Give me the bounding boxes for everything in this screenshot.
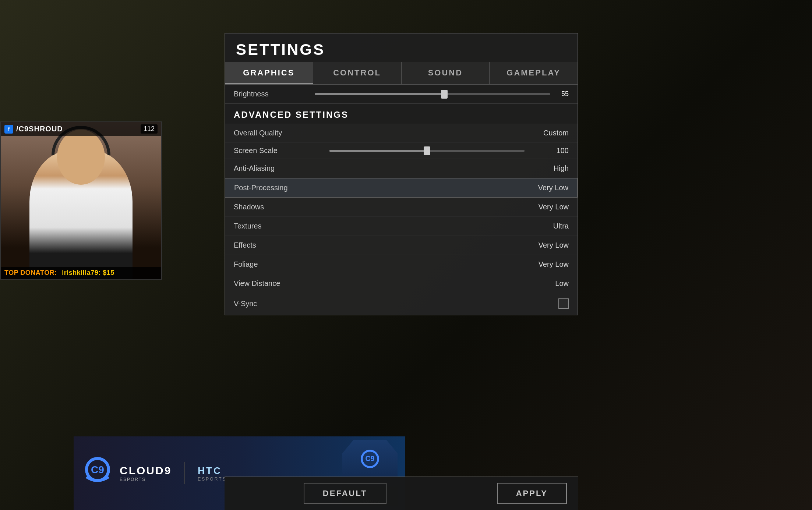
- screen-scale-fill: [329, 150, 427, 152]
- setting-row-motion-blur[interactable]: Motion Blur: [225, 314, 578, 315]
- setting-name-screen-scale: Screen Scale: [234, 146, 329, 155]
- webcam-header: f /C9SHROUD 112: [1, 122, 161, 136]
- setting-row-anti-aliasing[interactable]: Anti-Aliasing High: [225, 159, 578, 178]
- brightness-value: 55: [550, 90, 569, 98]
- setting-value-textures: Ultra: [525, 222, 569, 230]
- default-button[interactable]: DEFAULT: [304, 483, 386, 504]
- cloud9-logo-icon: C9: [81, 457, 114, 490]
- facebook-icon: f: [4, 125, 13, 134]
- tab-graphics[interactable]: GRAPHICS: [225, 62, 313, 84]
- settings-panel: SETTINGS GRAPHICS CONTROL SOUND GAMEPLAY…: [225, 33, 578, 315]
- screen-scale-track[interactable]: [329, 150, 525, 152]
- apply-button[interactable]: APPLY: [497, 483, 567, 504]
- vsync-checkbox[interactable]: [558, 298, 569, 309]
- setting-row-overall-quality[interactable]: Overall Quality Custom: [225, 124, 578, 143]
- setting-value-shadows: Very Low: [525, 203, 569, 211]
- settings-list: Overall Quality Custom Screen Scale 100 …: [225, 124, 578, 315]
- setting-row-shadows[interactable]: Shadows Very Low: [225, 198, 578, 217]
- brightness-slider[interactable]: [315, 93, 550, 95]
- advanced-settings-header: ADVANCED SETTINGS: [225, 104, 578, 124]
- tab-sound[interactable]: SOUND: [402, 62, 490, 84]
- setting-value-post-processing: Very Low: [524, 184, 568, 192]
- setting-name-anti-aliasing: Anti-Aliasing: [234, 164, 525, 173]
- tab-gameplay[interactable]: GAMEPLAY: [490, 62, 578, 84]
- bottom-bar: DEFAULT APPLY: [225, 477, 578, 510]
- brightness-track[interactable]: [315, 93, 550, 95]
- setting-row-post-processing[interactable]: Post-Processing Very Low: [225, 178, 578, 198]
- setting-row-vsync[interactable]: V-Sync: [225, 293, 578, 314]
- setting-row-effects[interactable]: Effects Very Low: [225, 236, 578, 255]
- setting-name-shadows: Shadows: [234, 203, 525, 211]
- settings-title: SETTINGS: [225, 33, 578, 62]
- setting-name-overall-quality: Overall Quality: [234, 129, 525, 137]
- tab-control[interactable]: CONTROL: [313, 62, 402, 84]
- setting-value-anti-aliasing: High: [525, 164, 569, 173]
- setting-row-screen-scale[interactable]: Screen Scale 100: [225, 143, 578, 159]
- webcam-username: /C9SHROUD: [16, 125, 63, 133]
- viewer-count: 112: [141, 124, 158, 134]
- brightness-fill: [315, 93, 444, 95]
- setting-row-view-distance[interactable]: View Distance Low: [225, 274, 578, 293]
- brightness-thumb[interactable]: [441, 90, 448, 99]
- setting-name-vsync: V-Sync: [234, 300, 558, 308]
- screen-scale-slider[interactable]: [329, 150, 525, 152]
- settings-tabs: GRAPHICS CONTROL SOUND GAMEPLAY: [225, 62, 578, 85]
- htc-logo: HTC ESPORTS: [198, 465, 226, 482]
- brightness-label: Brightness: [234, 90, 315, 98]
- setting-value-screen-scale: 100: [525, 146, 569, 155]
- screen-scale-thumb[interactable]: [424, 146, 430, 155]
- setting-row-foliage[interactable]: Foliage Very Low: [225, 255, 578, 274]
- setting-value-foliage: Very Low: [525, 260, 569, 269]
- svg-text:C9: C9: [366, 454, 375, 463]
- setting-name-effects: Effects: [234, 241, 525, 249]
- setting-name-foliage: Foliage: [234, 260, 525, 269]
- setting-value-overall-quality: Custom: [525, 129, 569, 137]
- setting-row-textures[interactable]: Textures Ultra: [225, 217, 578, 236]
- top-donator-value: irishkilla79: $15: [62, 269, 114, 276]
- top-donator-bar: TOP DONATOR: irishkilla79: $15: [1, 267, 161, 279]
- cloud9-text: CLOUD9 ESPORTS: [120, 464, 172, 482]
- cloud9-logo-area: C9 CLOUD9 ESPORTS HTC ESPORTS: [74, 449, 234, 497]
- setting-name-post-processing: Post-Processing: [234, 184, 524, 192]
- setting-value-effects: Very Low: [525, 241, 569, 249]
- svg-text:C9: C9: [91, 464, 104, 475]
- webcam-overlay: f /C9SHROUD 112 TOP DONATOR: irishkilla7…: [0, 121, 162, 280]
- setting-value-view-distance: Low: [525, 279, 569, 288]
- setting-name-view-distance: View Distance: [234, 279, 525, 288]
- brightness-row: Brightness 55: [225, 85, 578, 104]
- webcam-feed: [1, 122, 161, 279]
- setting-name-textures: Textures: [234, 222, 525, 230]
